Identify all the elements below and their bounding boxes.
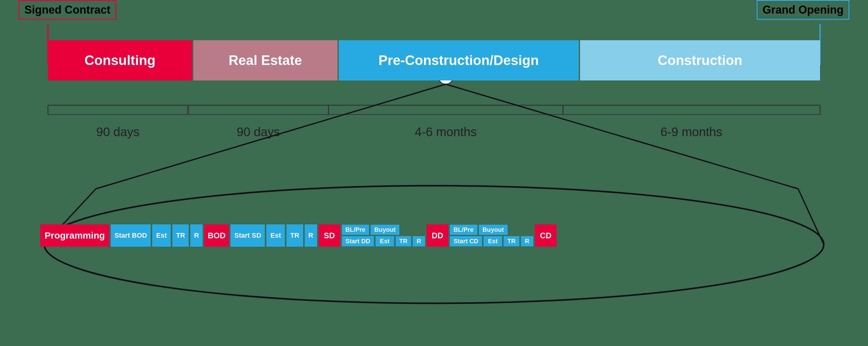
svg-line-21 [96, 84, 446, 189]
signed-contract-text: Signed Contract [25, 3, 111, 16]
detail-start-cd: Start CD [450, 236, 482, 246]
detail-tr-4: TR [504, 236, 519, 246]
grand-opening-label: Grand Opening [757, 0, 849, 20]
detail-est-1: Est [152, 224, 171, 247]
detail-start-sd: Start SD [230, 224, 265, 247]
detail-tr-3: TR [396, 236, 411, 246]
phase-preconstruction: Pre-Construction/Design [339, 40, 579, 81]
svg-text:4-6 months: 4-6 months [415, 125, 477, 139]
phase-construction: Construction [580, 40, 820, 81]
detail-dd-top-group: BL/Pre Buyout Start DD Est TR R [342, 225, 425, 246]
detail-bod: BOD [204, 224, 229, 247]
detail-tr-1: TR [172, 224, 189, 247]
detail-tr-2: TR [286, 224, 303, 247]
signed-contract-label: Signed Contract [19, 0, 116, 20]
grand-opening-text: Grand Opening [763, 3, 843, 16]
detail-cd: CD [535, 224, 557, 247]
detail-row: Programming Start BOD Est TR R BOD Start… [40, 224, 831, 247]
detail-r-4: R [521, 236, 533, 246]
phase-consulting: Consulting [48, 40, 192, 81]
diagram-container: Signed Contract Grand Opening 90 days 90 [0, 0, 868, 346]
svg-text:90 days: 90 days [237, 125, 280, 139]
svg-text:6-9 months: 6-9 months [660, 125, 722, 139]
detail-sd: SD [319, 224, 340, 247]
phase-realestate: Real Estate [193, 40, 338, 81]
svg-line-22 [446, 84, 798, 189]
detail-programming: Programming [40, 224, 109, 247]
detail-dd: DD [427, 224, 448, 247]
detail-start-bod: Start BOD [111, 224, 151, 247]
detail-cd-top-group: BL/Pre Buyout Start CD Est TR R [450, 225, 533, 246]
detail-r-1: R [190, 224, 203, 247]
phase-bars: Consulting Real Estate Pre-Construction/… [48, 40, 820, 81]
detail-r-3: R [413, 236, 425, 246]
detail-est-3: Est [375, 236, 394, 246]
detail-buyout-1: Buyout [371, 225, 399, 235]
detail-blpre-2: BL/Pre [450, 225, 477, 235]
detail-blpre-1: BL/Pre [342, 225, 369, 235]
detail-est-4: Est [484, 236, 502, 246]
detail-r-2: R [305, 224, 317, 247]
detail-buyout-2: Buyout [479, 225, 507, 235]
detail-start-dd: Start DD [342, 236, 374, 246]
svg-text:90 days: 90 days [96, 125, 140, 139]
detail-est-2: Est [266, 224, 285, 247]
